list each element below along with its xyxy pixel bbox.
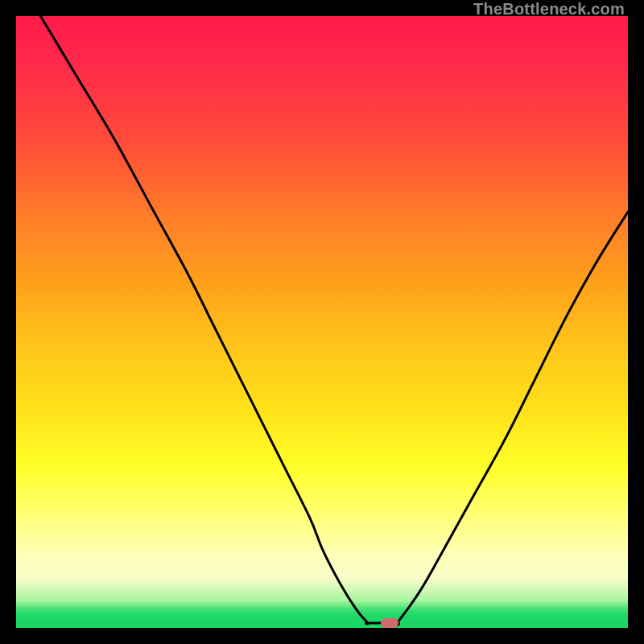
chart-frame: TheBottleneck.com [0,0,644,644]
curve-path [40,16,628,625]
optimum-marker [381,618,398,628]
attribution-text: TheBottleneck.com [473,0,625,19]
bottleneck-curve [16,16,628,628]
plot-area [16,16,628,628]
